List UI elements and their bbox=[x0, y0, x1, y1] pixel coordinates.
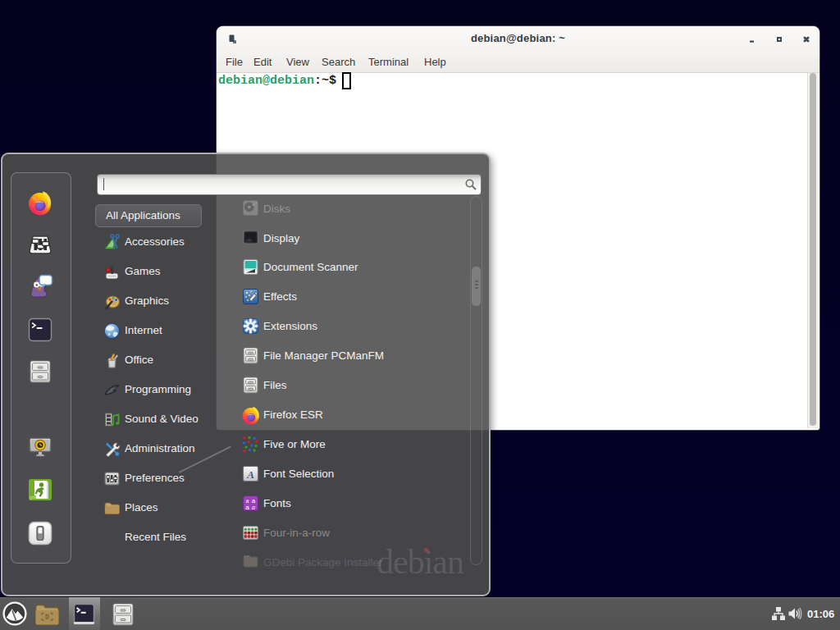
svg-text:A: A bbox=[246, 468, 254, 480]
svg-text:a: a bbox=[245, 504, 249, 511]
svg-text:a: a bbox=[252, 504, 255, 511]
